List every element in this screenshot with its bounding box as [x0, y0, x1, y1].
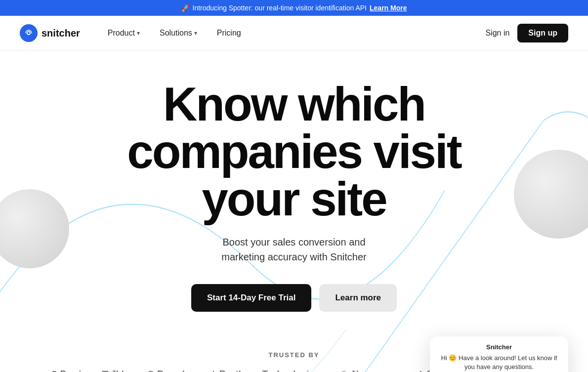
chevron-down-icon: ▾ [194, 30, 197, 37]
hero-buttons: Start 14-Day Free Trial Learn more [20, 284, 568, 312]
logo-jll: ⊞ JLL [101, 369, 127, 372]
chat-message-text: Hi 😊 Have a look around! Let us know if … [438, 354, 560, 372]
navbar-actions: Sign in Sign up [485, 24, 568, 42]
hero-content: Know which companies visit your site Boo… [20, 81, 568, 312]
hero-title: Know which companies visit your site [72, 81, 516, 223]
banner-rocket: 🚀 [181, 4, 190, 12]
nav-item-solutions[interactable]: Solutions ▾ [152, 25, 205, 41]
sign-up-button[interactable]: Sign up [517, 24, 568, 42]
chat-header: Snitcher Hi 😊 Have a look around! Let us… [430, 336, 568, 372]
learn-more-button[interactable]: Learn more [319, 284, 397, 312]
logo-recurly: ◎ Recurly [147, 369, 190, 372]
chat-company-name: Snitcher [438, 343, 560, 351]
chevron-down-icon: ▾ [137, 30, 140, 37]
hero-subtitle: Boost your sales conversion and marketin… [20, 235, 568, 264]
logo-prezi: ⊙ Prezi [50, 369, 82, 372]
logo-nespresso: ☕ Nespresso [338, 369, 397, 372]
nav-links: Product ▾ Solutions ▾ Pricing [100, 25, 486, 41]
nav-solutions-label: Solutions [160, 29, 192, 38]
navbar: snitcher Product ▾ Solutions ▾ Pricing S… [0, 16, 588, 51]
nav-item-product[interactable]: Product ▾ [100, 25, 148, 41]
sign-in-button[interactable]: Sign in [485, 29, 509, 38]
top-banner: 🚀 Introducing Spotter: our real-time vis… [0, 0, 588, 16]
chat-widget: Snitcher Hi 😊 Have a look around! Let us… [430, 336, 568, 372]
banner-text: Introducing Spotter: our real-time visit… [193, 4, 367, 12]
start-trial-button[interactable]: Start 14-Day Free Trial [191, 284, 312, 312]
logo-icon [20, 24, 38, 42]
logo[interactable]: snitcher [20, 24, 80, 42]
logo-raytheon: ✦ Raytheon Technologies [210, 369, 319, 372]
nav-pricing-label: Pricing [217, 29, 241, 38]
nav-product-label: Product [108, 29, 135, 38]
hero-section: Know which companies visit your site Boo… [0, 51, 588, 372]
banner-link[interactable]: Learn More [370, 4, 407, 12]
nav-item-pricing[interactable]: Pricing [209, 25, 249, 41]
logo-text: snitcher [42, 28, 80, 39]
